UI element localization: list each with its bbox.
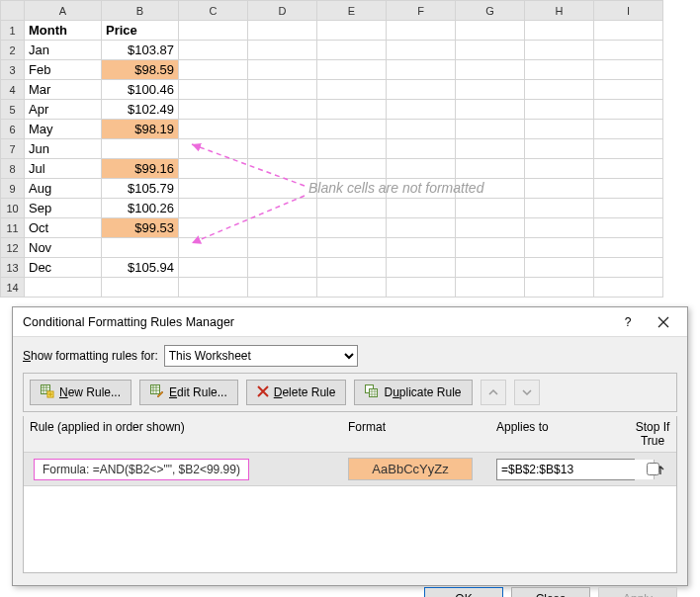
cell[interactable] bbox=[317, 139, 387, 159]
row-header[interactable]: 2 bbox=[1, 41, 25, 60]
cell[interactable] bbox=[248, 159, 317, 179]
cell[interactable]: Nov bbox=[25, 238, 102, 258]
col-header[interactable]: G bbox=[456, 1, 525, 21]
cell[interactable] bbox=[317, 80, 387, 100]
cell[interactable] bbox=[594, 139, 663, 159]
cell[interactable] bbox=[594, 218, 663, 238]
cell[interactable] bbox=[594, 179, 663, 199]
cell[interactable] bbox=[525, 41, 594, 60]
cell[interactable] bbox=[248, 179, 317, 199]
cell[interactable]: $99.53 bbox=[102, 218, 179, 238]
cell[interactable]: Month bbox=[25, 21, 102, 41]
cell[interactable] bbox=[179, 120, 248, 139]
cell[interactable]: Apr bbox=[25, 100, 102, 120]
applies-to-input[interactable] bbox=[496, 459, 635, 480]
cell[interactable] bbox=[248, 258, 317, 278]
row-header[interactable]: 10 bbox=[1, 199, 25, 218]
cell[interactable] bbox=[525, 199, 594, 218]
col-header[interactable]: C bbox=[179, 1, 248, 21]
cell[interactable] bbox=[387, 80, 456, 100]
cell[interactable] bbox=[179, 199, 248, 218]
cell[interactable] bbox=[525, 278, 594, 298]
cell[interactable] bbox=[248, 100, 317, 120]
col-header[interactable]: F bbox=[387, 1, 456, 21]
cell[interactable] bbox=[525, 238, 594, 258]
cell[interactable] bbox=[594, 278, 663, 298]
cell[interactable] bbox=[525, 120, 594, 139]
cell[interactable] bbox=[456, 218, 525, 238]
apply-button[interactable]: Apply bbox=[598, 587, 677, 597]
cell[interactable] bbox=[456, 100, 525, 120]
col-header[interactable]: E bbox=[317, 1, 387, 21]
cell[interactable] bbox=[179, 238, 248, 258]
cell[interactable] bbox=[179, 139, 248, 159]
cell[interactable]: $105.79 bbox=[102, 179, 179, 199]
cell[interactable] bbox=[525, 60, 594, 80]
scope-select[interactable]: This Worksheet bbox=[164, 345, 358, 367]
cell[interactable] bbox=[102, 278, 179, 298]
cell[interactable] bbox=[179, 179, 248, 199]
cell[interactable] bbox=[317, 100, 387, 120]
cell[interactable] bbox=[179, 159, 248, 179]
cell[interactable]: $100.46 bbox=[102, 80, 179, 100]
col-header[interactable]: A bbox=[25, 1, 102, 21]
cell[interactable] bbox=[179, 21, 248, 41]
cell[interactable] bbox=[317, 218, 387, 238]
cell[interactable] bbox=[387, 100, 456, 120]
cell[interactable]: $99.16 bbox=[102, 159, 179, 179]
cell[interactable] bbox=[456, 80, 525, 100]
col-header[interactable]: H bbox=[525, 1, 594, 21]
cell[interactable] bbox=[456, 199, 525, 218]
move-up-button[interactable] bbox=[481, 380, 506, 405]
col-header[interactable]: B bbox=[102, 1, 179, 21]
row-header[interactable]: 3 bbox=[1, 60, 25, 80]
new-rule-button[interactable]: NNew Rule...ew Rule... bbox=[30, 380, 131, 405]
cell[interactable] bbox=[387, 120, 456, 139]
cell[interactable] bbox=[525, 21, 594, 41]
cell[interactable] bbox=[317, 159, 387, 179]
cell[interactable] bbox=[456, 120, 525, 139]
close-button[interactable]: Close bbox=[511, 587, 590, 597]
row-header[interactable]: 6 bbox=[1, 120, 25, 139]
cell[interactable] bbox=[179, 278, 248, 298]
cell[interactable] bbox=[456, 159, 525, 179]
row-header[interactable]: 8 bbox=[1, 159, 25, 179]
cell[interactable] bbox=[179, 258, 248, 278]
cell[interactable] bbox=[102, 238, 179, 258]
cell[interactable] bbox=[594, 159, 663, 179]
cell[interactable] bbox=[248, 218, 317, 238]
cell[interactable]: $102.49 bbox=[102, 100, 179, 120]
cell[interactable] bbox=[248, 41, 317, 60]
cell[interactable] bbox=[248, 199, 317, 218]
cell[interactable] bbox=[456, 139, 525, 159]
cell[interactable]: Jul bbox=[25, 159, 102, 179]
cell[interactable]: $105.94 bbox=[102, 258, 179, 278]
cell[interactable] bbox=[456, 21, 525, 41]
cell[interactable] bbox=[594, 80, 663, 100]
cell[interactable] bbox=[387, 218, 456, 238]
row-header[interactable]: 4 bbox=[1, 80, 25, 100]
grid[interactable]: A B C D E F G H I 1MonthPrice2Jan$103.87… bbox=[0, 0, 663, 298]
cell[interactable] bbox=[179, 218, 248, 238]
cell[interactable] bbox=[317, 199, 387, 218]
cell[interactable]: $98.19 bbox=[102, 120, 179, 139]
cell[interactable]: $100.26 bbox=[102, 199, 179, 218]
cell[interactable] bbox=[594, 199, 663, 218]
cell[interactable] bbox=[248, 60, 317, 80]
cell[interactable] bbox=[317, 258, 387, 278]
cell[interactable] bbox=[317, 120, 387, 139]
cell[interactable] bbox=[456, 60, 525, 80]
cell[interactable] bbox=[594, 21, 663, 41]
applies-to-field[interactable] bbox=[497, 460, 654, 479]
select-all-corner[interactable] bbox=[1, 1, 25, 21]
cell[interactable] bbox=[317, 238, 387, 258]
cell[interactable] bbox=[387, 238, 456, 258]
cell[interactable]: Oct bbox=[25, 218, 102, 238]
cell[interactable]: Sep bbox=[25, 199, 102, 218]
cell[interactable] bbox=[594, 238, 663, 258]
cell[interactable]: Dec bbox=[25, 258, 102, 278]
edit-rule-button[interactable]: Edit Rule... bbox=[139, 380, 238, 405]
cell[interactable] bbox=[317, 41, 387, 60]
cell[interactable] bbox=[179, 100, 248, 120]
delete-rule-button[interactable]: Delete Rule bbox=[246, 380, 347, 405]
